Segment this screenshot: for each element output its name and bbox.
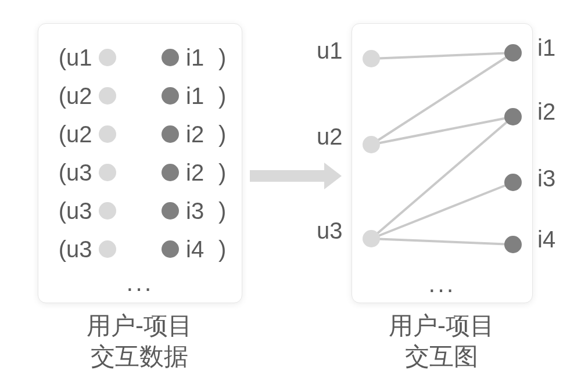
user-dot-icon bbox=[99, 164, 116, 181]
caption-interaction-data: 用户-项目 交互数据 bbox=[38, 311, 241, 372]
pair-row: ( u3 i2 ) bbox=[38, 153, 242, 192]
user-dot-icon bbox=[99, 125, 116, 143]
item-label: i3 bbox=[186, 198, 218, 224]
paren-close: ) bbox=[218, 160, 229, 186]
graph-label-i1: i1 bbox=[537, 35, 555, 61]
ellipsis-icon: ... bbox=[352, 270, 532, 298]
item-label: i1 bbox=[186, 45, 218, 71]
graph-label-i4: i4 bbox=[537, 226, 555, 253]
paren-open: ( bbox=[56, 160, 66, 186]
graph-label-u3: u3 bbox=[317, 218, 343, 244]
diagram-stage: ( u1 i1 ) ( u2 i1 ) ( u2 bbox=[0, 0, 581, 392]
user-node-u1 bbox=[363, 50, 380, 67]
item-dot-icon bbox=[162, 164, 179, 181]
arrow-head bbox=[324, 163, 342, 189]
user-label: u3 bbox=[66, 198, 99, 224]
ellipsis-icon: ... bbox=[38, 269, 242, 297]
graph-label-u1: u1 bbox=[317, 38, 343, 64]
paren-open: ( bbox=[56, 45, 66, 71]
caption-line: 用户-项目 bbox=[38, 311, 241, 341]
graph-label-i2: i2 bbox=[537, 99, 555, 125]
user-node-u3 bbox=[363, 230, 380, 247]
panel-interaction-data: ( u1 i1 ) ( u2 i1 ) ( u2 bbox=[38, 23, 242, 303]
graph-edges bbox=[352, 24, 532, 303]
user-dot-icon bbox=[99, 49, 116, 66]
pair-row: ( u2 i1 ) bbox=[38, 77, 242, 115]
item-dot-icon bbox=[162, 125, 179, 143]
pair-row: ( u3 i4 ) bbox=[38, 230, 242, 268]
user-label: u1 bbox=[66, 45, 99, 71]
user-label: u3 bbox=[66, 160, 99, 186]
user-dot-icon bbox=[99, 202, 116, 220]
item-node-i2 bbox=[504, 108, 522, 125]
paren-close: ) bbox=[218, 121, 229, 148]
paren-close: ) bbox=[218, 45, 229, 71]
edge-u3-i4 bbox=[371, 239, 513, 244]
item-dot-icon bbox=[162, 240, 179, 258]
user-dot-icon bbox=[99, 240, 116, 258]
arrow-right-icon bbox=[250, 163, 346, 189]
item-dot-icon bbox=[162, 202, 179, 220]
paren-open: ( bbox=[56, 121, 66, 148]
pair-row: ( u2 i2 ) bbox=[38, 115, 242, 153]
user-label: u2 bbox=[66, 121, 99, 148]
paren-close: ) bbox=[218, 198, 229, 224]
graph-label-u2: u2 bbox=[317, 124, 343, 150]
edge-u3-i2 bbox=[371, 117, 513, 239]
item-node-i3 bbox=[504, 174, 522, 191]
paren-open: ( bbox=[56, 236, 66, 262]
item-node-i1 bbox=[504, 44, 522, 62]
arrow-shaft bbox=[250, 170, 328, 182]
pair-row: ( u1 i1 ) bbox=[38, 38, 242, 77]
pair-row: ( u3 i3 ) bbox=[38, 192, 242, 230]
caption-line: 交互数据 bbox=[38, 341, 241, 372]
item-label: i2 bbox=[186, 160, 218, 186]
item-label: i4 bbox=[186, 236, 218, 262]
paren-close: ) bbox=[218, 83, 229, 109]
paren-close: ) bbox=[218, 236, 229, 262]
user-node-u2 bbox=[363, 136, 380, 153]
edge-u3-i3 bbox=[371, 182, 513, 239]
caption-line: 交互图 bbox=[352, 341, 532, 372]
interaction-pair-list: ( u1 i1 ) ( u2 i1 ) ( u2 bbox=[38, 38, 242, 268]
user-label: u2 bbox=[66, 83, 99, 109]
item-label: i2 bbox=[186, 121, 218, 148]
item-dot-icon bbox=[162, 87, 179, 105]
graph-label-i3: i3 bbox=[537, 166, 555, 192]
item-node-i4 bbox=[504, 236, 522, 253]
paren-open: ( bbox=[56, 198, 66, 224]
user-label: u3 bbox=[66, 236, 99, 262]
paren-open: ( bbox=[56, 83, 66, 109]
edge-u1-i1 bbox=[371, 53, 513, 59]
caption-interaction-graph: 用户-项目 交互图 bbox=[352, 311, 532, 372]
item-label: i1 bbox=[186, 83, 218, 109]
item-dot-icon bbox=[162, 49, 179, 66]
panel-interaction-graph: ... bbox=[352, 23, 533, 303]
caption-line: 用户-项目 bbox=[352, 311, 532, 341]
user-dot-icon bbox=[99, 87, 116, 105]
